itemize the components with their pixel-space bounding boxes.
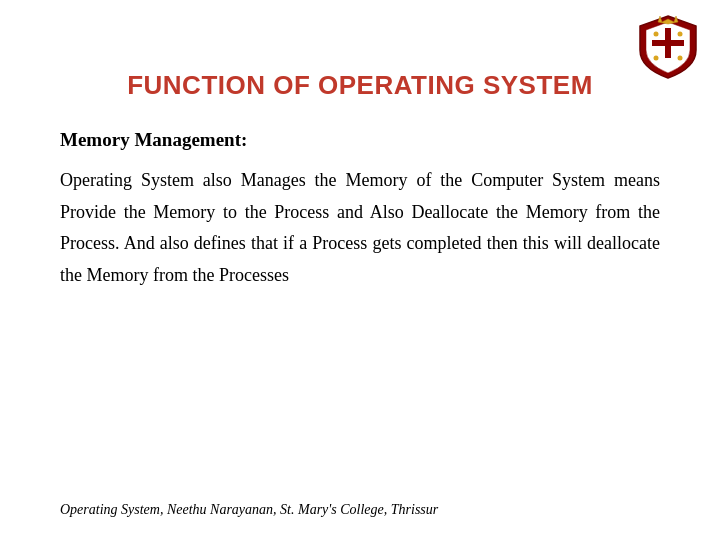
slide-container: FUNCTION OF OPERATING SYSTEM Memory Mana… bbox=[0, 0, 720, 540]
slide-subtitle: Memory Management: bbox=[60, 129, 660, 151]
svg-point-3 bbox=[678, 32, 683, 37]
svg-point-5 bbox=[678, 56, 683, 61]
slide-title: FUNCTION OF OPERATING SYSTEM bbox=[60, 70, 660, 101]
college-logo-icon bbox=[634, 12, 702, 80]
slide-body: Operating System also Manages the Memory… bbox=[60, 165, 660, 291]
slide-footer: Operating System, Neethu Narayanan, St. … bbox=[60, 502, 438, 518]
svg-point-4 bbox=[654, 56, 659, 61]
svg-point-2 bbox=[654, 32, 659, 37]
logo-area bbox=[634, 12, 702, 80]
svg-rect-1 bbox=[652, 40, 684, 46]
